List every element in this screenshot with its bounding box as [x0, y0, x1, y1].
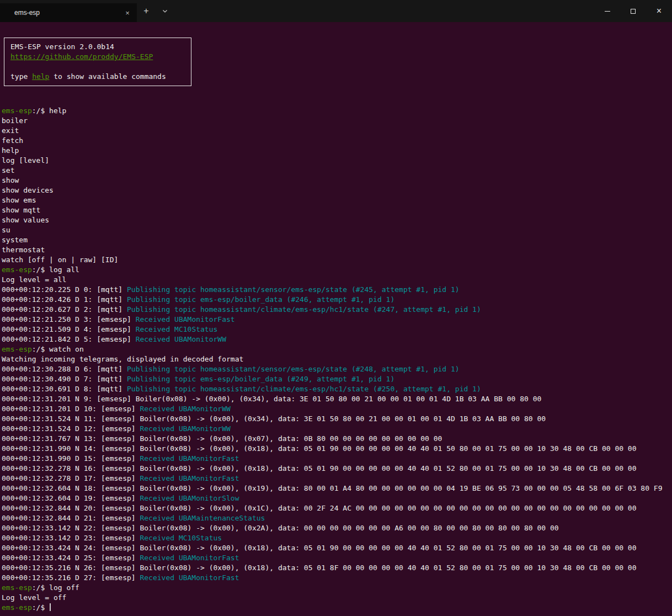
terminal-line: Log level = all: [2, 275, 670, 285]
text-segment: Publishing topic homeassistant/climate/e…: [127, 305, 481, 314]
terminal-line: 000+00:12:21.842 D 5: [emsesp] Received …: [2, 334, 670, 344]
text-segment: 000+00:12:32.844 N 20: [emsesp] Boiler(0…: [2, 504, 637, 512]
text-segment: 000+00:12:20.627 D 2: [mqtt]: [2, 305, 127, 314]
new-tab-button[interactable]: +: [137, 0, 156, 22]
terminal-line: 000+00:12:33.424 N 24: [emsesp] Boiler(0…: [2, 543, 670, 553]
text-segment: 000+00:12:31.990 D 15: [emsesp]: [2, 454, 140, 463]
terminal-line: 000+00:12:32.604 D 19: [emsesp] Received…: [2, 493, 670, 503]
terminal-line: 000+00:12:32.844 D 21: [emsesp] Received…: [2, 513, 670, 523]
text-segment: Received MC10Status: [140, 534, 222, 542]
banner-line: type help to show available commands: [10, 72, 185, 82]
caption-buttons: ×: [594, 0, 672, 22]
text-segment: Received MC10Status: [136, 325, 218, 333]
text-segment: 000+00:12:32.604 D 19: [emsesp]: [2, 494, 140, 502]
terminal-line: 000+00:12:31.990 N 14: [emsesp] Boiler(0…: [2, 444, 670, 454]
text-segment: 000+00:12:33.142 N 22: [emsesp] Boiler(0…: [2, 524, 559, 532]
close-button[interactable]: ×: [646, 0, 672, 22]
terminal-line: boiler: [2, 116, 670, 126]
text-segment: 000+00:12:31.201 D 10: [emsesp]: [2, 405, 140, 413]
tab-close-icon[interactable]: ×: [122, 8, 132, 18]
terminal-screen[interactable]: EMS-ESP version 2.0.0b14https://github.c…: [0, 22, 672, 616]
text-segment: show: [2, 176, 19, 184]
text-segment: 000+00:12:21.842 D 5: [emsesp]: [2, 335, 136, 343]
terminal-line: 000+00:12:35.216 N 26: [emsesp] Boiler(0…: [2, 563, 670, 573]
terminal-line: help: [2, 146, 670, 156]
text-segment: 000+00:12:33.424 D 25: [emsesp]: [2, 554, 140, 562]
terminal-line: 000+00:12:31.524 D 12: [emsesp] Received…: [2, 424, 670, 434]
text-segment: Received UBAMonitorFast: [140, 474, 239, 482]
terminal-link[interactable]: help: [32, 72, 49, 81]
terminal-line: 000+00:12:33.424 D 25: [emsesp] Received…: [2, 553, 670, 563]
terminal-line: 000+00:12:30.288 D 6: [mqtt] Publishing …: [2, 364, 670, 374]
text-segment: ems-esp: [2, 265, 32, 274]
banner-box: EMS-ESP version 2.0.0b14https://github.c…: [4, 38, 191, 86]
text-segment: 000+00:12:32.844 D 21: [emsesp]: [2, 514, 140, 522]
maximize-icon: [631, 9, 636, 14]
text-segment: :/$ log all: [32, 265, 79, 274]
text-segment: 000+00:12:32.604 N 18: [emsesp] Boiler(0…: [2, 484, 662, 492]
terminal-line: 000+00:12:20.225 D 0: [mqtt] Publishing …: [2, 285, 670, 295]
maximize-button[interactable]: [620, 0, 646, 22]
text-segment: Received UBAMonitorFast: [140, 554, 239, 562]
text-segment: to show available commands: [49, 72, 166, 81]
text-segment: log [level]: [2, 156, 49, 164]
terminal-line: su: [2, 225, 670, 235]
terminal-line: ems-esp:/$ help: [2, 106, 670, 116]
tab-dropdown-button[interactable]: [156, 0, 174, 22]
text-segment: show devices: [2, 186, 54, 194]
terminal-line: ems-esp:/$: [2, 603, 670, 613]
terminal-line: system: [2, 235, 670, 245]
terminal-window: ems-esp × + × EMS-ESP version 2.0.0b14ht…: [0, 0, 672, 616]
tab-ems-esp[interactable]: ems-esp ×: [0, 3, 137, 22]
text-segment: Received UBAMonitorFast: [136, 315, 235, 323]
terminal-line: show ems: [2, 195, 670, 205]
terminal-line: 000+00:12:31.990 D 15: [emsesp] Received…: [2, 454, 670, 464]
text-segment: set: [2, 166, 14, 174]
text-segment: show ems: [2, 196, 36, 204]
terminal-line: 000+00:12:32.604 N 18: [emsesp] Boiler(0…: [2, 484, 670, 493]
terminal-link[interactable]: https://github.com/proddy/EMS-ESP: [10, 52, 153, 61]
text-segment: show mqtt: [2, 206, 40, 214]
terminal-line: ems-esp:/$ watch on: [2, 344, 670, 354]
terminal-line: Log level = off: [2, 593, 670, 603]
text-segment: Publishing topic ems-esp/boiler_data (#2…: [127, 375, 394, 383]
text-segment: 000+00:12:31.524 N 11: [emsesp] Boiler(0…: [2, 415, 546, 423]
minimize-icon: [605, 11, 610, 12]
text-segment: 000+00:12:31.524 D 12: [emsesp]: [2, 424, 140, 433]
terminal-line: 000+00:12:31.767 N 13: [emsesp] Boiler(0…: [2, 434, 670, 444]
terminal-line: 000+00:12:21.250 D 3: [emsesp] Received …: [2, 315, 670, 325]
terminal-line: 000+00:12:32.278 D 17: [emsesp] Received…: [2, 474, 670, 484]
text-segment: Received UBAMonitorWW: [140, 424, 230, 433]
terminal-line: 000+00:12:31.201 D 10: [emsesp] Received…: [2, 404, 670, 414]
text-segment: Received UBAMonitorFast: [140, 454, 239, 463]
terminal-line: 000+00:12:32.844 N 20: [emsesp] Boiler(0…: [2, 503, 670, 513]
text-segment: 000+00:12:31.201 N 9: [emsesp] Boiler(0x…: [2, 395, 541, 403]
terminal-line: 000+00:12:32.278 N 16: [emsesp] Boiler(0…: [2, 464, 670, 474]
cursor: [50, 603, 51, 611]
text-segment: Publishing topic ems-esp/boiler_data (#2…: [127, 295, 394, 304]
text-segment: 000+00:12:35.216 D 27: [emsesp]: [2, 573, 140, 582]
text-segment: watch [off | on | raw] [ID]: [2, 256, 118, 264]
terminal-line: 000+00:12:30.691 D 8: [mqtt] Publishing …: [2, 384, 670, 394]
terminal-line: 000+00:12:31.524 N 11: [emsesp] Boiler(0…: [2, 414, 670, 424]
terminal-line: set: [2, 166, 670, 176]
terminal-line: thermostat: [2, 245, 670, 255]
text-segment: boiler: [2, 116, 28, 125]
terminal-output: ems-esp:/$ helpboilerexitfetchhelplog [l…: [2, 106, 670, 613]
minimize-button[interactable]: [594, 0, 620, 22]
terminal-line: ems-esp:/$ log off: [2, 583, 670, 593]
text-segment: 000+00:12:30.288 D 6: [mqtt]: [2, 365, 127, 373]
text-segment: Received UBAMonitorFast: [140, 573, 239, 582]
text-segment: ems-esp: [2, 583, 32, 592]
text-segment: :/$ watch on: [32, 345, 84, 353]
text-segment: type: [10, 72, 32, 81]
text-segment: fetch: [2, 136, 23, 145]
text-segment: ems-esp: [2, 345, 32, 353]
close-icon: ×: [657, 7, 662, 15]
text-segment: Publishing topic homeassistant/sensor/em…: [127, 285, 460, 294]
text-segment: Log level = all: [2, 275, 66, 284]
text-segment: 000+00:12:20.426 D 1: [mqtt]: [2, 295, 127, 304]
text-segment: 000+00:12:31.767 N 13: [emsesp] Boiler(0…: [2, 434, 442, 443]
terminal-line: 000+00:12:31.201 N 9: [emsesp] Boiler(0x…: [2, 394, 670, 404]
text-segment: 000+00:12:32.278 N 16: [emsesp] Boiler(0…: [2, 464, 637, 472]
